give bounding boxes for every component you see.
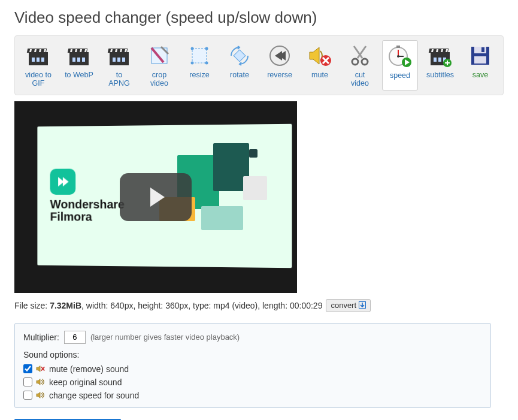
option-speedsound[interactable]: change speed for sound [23,391,482,400]
svg-rect-24 [113,58,116,62]
svg-point-39 [397,55,399,58]
svg-rect-28 [192,49,207,63]
svg-point-30 [205,47,208,50]
option-mute-sound[interactable]: mute (remove) sound [23,364,482,374]
video-to-gif-icon [25,43,52,69]
brand-label: Wondershare Filmora [50,198,125,223]
svg-rect-49 [438,58,441,62]
svg-rect-33 [234,50,246,62]
option-label: keep original sound [49,377,122,387]
svg-point-36 [352,59,358,65]
checkbox-speedsound[interactable] [23,391,32,400]
subtitles-icon [427,43,453,69]
tool-cut-video[interactable]: cut video [342,40,378,90]
multiplier-input[interactable] [64,331,86,344]
cut-video-icon [347,43,373,69]
option-label: mute (remove) sound [49,364,129,374]
tool-rotate[interactable]: rotate [222,40,258,90]
page-title: Video speed changer (speed up/slow down) [14,8,504,27]
to-apng-icon [106,43,132,69]
svg-point-37 [362,59,368,65]
tool-label: save [472,71,488,80]
tool-label: mute [311,71,328,80]
svg-rect-6 [32,58,35,62]
svg-point-31 [191,62,194,65]
video-preview[interactable]: Wondershare Filmora [14,101,297,293]
svg-rect-25 [117,58,120,62]
tool-label: video to GIF [23,71,53,88]
save-icon [467,43,493,69]
tool-label: rotate [230,71,249,80]
tool-subtitles[interactable]: subtitles [422,40,458,90]
rotate-icon [226,43,253,69]
tool-label: subtitles [426,71,454,80]
tool-to-apng[interactable]: to APNG [101,40,137,90]
svg-rect-55 [474,56,486,64]
speaker-icon [36,377,46,386]
crop-video-icon [146,43,172,69]
multiplier-label: Multiplier: [23,333,59,342]
tool-video-to-gif[interactable]: video to GIF [20,40,57,90]
resize-icon [186,43,213,69]
download-icon [359,301,366,310]
tool-speed[interactable]: speed [382,40,418,90]
tool-label: to WebP [65,71,93,80]
tool-mute[interactable]: mute [302,40,338,90]
speaker-icon [36,391,46,400]
tool-label: speed [390,72,410,80]
filmora-logo-icon [50,168,76,194]
tool-to-webp[interactable]: to WebP [61,40,97,90]
tool-reverse[interactable]: reverse [262,40,298,90]
toolbar: video to GIF to WebP to APNGcrop videore… [14,35,504,95]
reverse-icon [266,43,293,69]
tool-label: cut video [346,71,374,88]
svg-rect-48 [434,58,437,62]
svg-rect-54 [481,47,484,52]
speed-icon [387,43,413,70]
option-keep-sound[interactable]: keep original sound [23,377,482,387]
tool-label: to APNG [105,71,134,88]
sound-options-heading: Sound options: [23,350,482,359]
play-icon [150,188,165,207]
play-button[interactable] [120,173,192,221]
mute-icon [307,43,333,69]
svg-rect-8 [41,58,44,62]
to-webp-icon [66,43,92,69]
tool-save[interactable]: save [462,40,498,90]
file-meta: File size: 7.32MiB, width: 640px, height… [14,299,504,312]
checkbox-keep-sound[interactable] [23,377,32,386]
speaker-muted-icon [36,364,46,373]
tool-label: reverse [267,71,292,80]
checkbox-mute-sound[interactable] [23,364,32,373]
tool-resize[interactable]: resize [181,40,217,90]
svg-rect-15 [72,58,75,62]
tool-label: resize [189,71,209,80]
svg-rect-17 [82,58,85,62]
svg-rect-26 [122,58,125,62]
svg-point-32 [205,62,208,65]
svg-rect-16 [77,58,80,62]
svg-rect-41 [396,46,400,48]
convert-button[interactable]: convert [326,299,371,312]
options-panel: Multiplier: (larger number gives faster … [14,323,491,408]
tool-label: crop video [145,71,174,88]
tool-crop-video[interactable]: crop video [141,40,177,90]
multiplier-hint: (larger number gives faster video playba… [90,333,240,342]
svg-point-29 [191,47,194,50]
svg-rect-7 [37,58,40,62]
option-label: change speed for sound [49,391,139,400]
